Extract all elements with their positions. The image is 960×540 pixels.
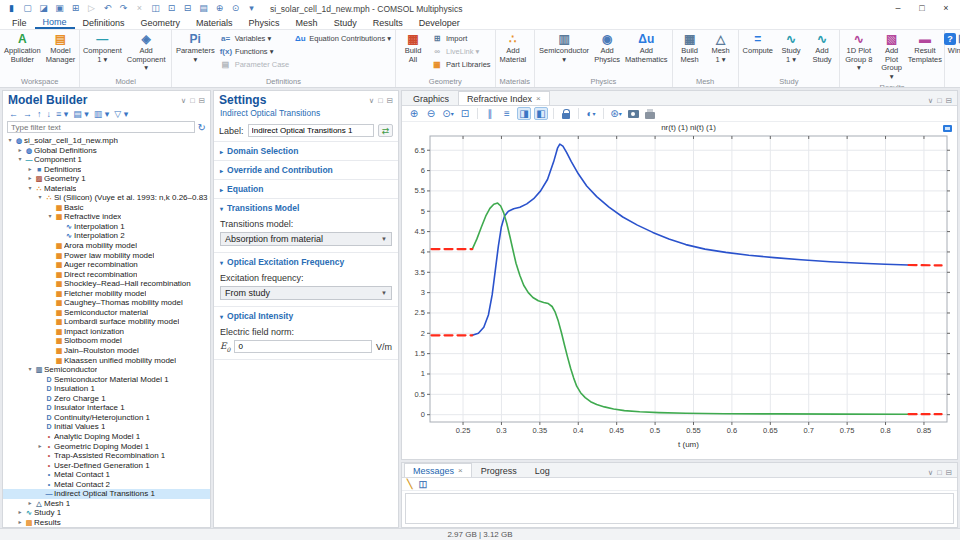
new-file-icon[interactable]: ▢	[21, 1, 34, 16]
redo-icon[interactable]: ↷	[117, 1, 130, 16]
tree-item-direct-recombination[interactable]: ▦Direct recombination	[3, 270, 210, 280]
grid-toggle-icon[interactable]: ≡	[500, 107, 514, 120]
tree-item-geometric-doping-model-1[interactable]: ▸•Geometric Doping Model 1	[3, 442, 210, 452]
tree-item-user-defined-generation-1[interactable]: •User-Defined Generation 1	[3, 461, 210, 471]
add-study-button[interactable]: ∿Add Study	[807, 31, 837, 65]
add-mathematics-button[interactable]: ΔuAdd Mathematics	[623, 31, 670, 65]
semiconductor-button[interactable]: ▥Semiconductor ▾	[537, 31, 591, 65]
back-icon[interactable]: ←	[9, 109, 18, 119]
result-templates-button[interactable]: ▬Result Templates	[908, 31, 943, 65]
tab-geometry[interactable]: Geometry	[133, 17, 189, 29]
tree-item-insulator-interface-1[interactable]: DInsulator Interface 1	[3, 403, 210, 413]
panel-menu-icon[interactable]: ∨	[928, 96, 934, 105]
tree-item-trap-assisted-recombination-1[interactable]: •Trap-Assisted Recombination 1	[3, 451, 210, 461]
tab-log[interactable]: Log	[526, 463, 559, 477]
tab-messages[interactable]: Messages×	[404, 463, 472, 477]
tree-item-shockley-read-hall-recombination[interactable]: ▦Shockley–Read–Hall recombination	[3, 279, 210, 289]
tree-item-semiconductor[interactable]: ▾▥Semiconductor	[3, 365, 210, 375]
collapse-arrow-icon[interactable]: ▾	[16, 155, 24, 165]
save-as-icon[interactable]: ⊞	[69, 1, 82, 16]
tree-item-indirect-optical-transitions-1[interactable]: —Indirect Optical Transitions 1	[3, 489, 210, 499]
model-manager-button[interactable]: ▤Model Manager	[44, 31, 78, 65]
tab-materials[interactable]: Materials	[188, 17, 241, 29]
collapse-arrow-icon[interactable]: ▾	[46, 212, 54, 222]
comsol-logo-icon[interactable]: ▮	[5, 1, 18, 16]
lock-axes-icon[interactable]	[559, 107, 573, 120]
close-tab-icon[interactable]: ×	[458, 466, 463, 475]
run-icon[interactable]: ▷	[85, 1, 98, 16]
tree-item-geometry-1[interactable]: ▸▨Geometry 1	[3, 174, 210, 184]
tree-item-impact-ionization[interactable]: ▦Impact ionization	[3, 327, 210, 337]
x-axis-toggle-icon[interactable]: ∥	[483, 107, 497, 120]
zoom-extents-icon[interactable]: ⊙ ▾	[441, 107, 455, 120]
forward-icon[interactable]: →	[23, 109, 32, 119]
mesh-1-button[interactable]: △Mesh 1 ▾	[706, 31, 736, 65]
tree-item-si-silicon-vuye-et-al-1993-n-k-0-26-0-83-um-200-degc[interactable]: ▾∴Si (Silicon) (Vuye et al. 1993: n,k 0.…	[3, 193, 210, 203]
tree-item-definitions[interactable]: ▸■Definitions	[3, 165, 210, 175]
tree-item-si-solar-cell-1d-new-mph[interactable]: ▾◍si_solar_cell_1d_new.mph	[3, 136, 210, 146]
section-header-optical-excitation-frequency[interactable]: ▾Optical Excitation Frequency	[214, 253, 398, 271]
appearance-icon[interactable]: ◐ ▾	[584, 107, 598, 120]
minimize-button[interactable]: –	[886, 0, 910, 17]
refresh-icon[interactable]: ↻	[198, 122, 206, 133]
collapse-arrow-icon[interactable]: ▾	[26, 365, 34, 375]
expand-arrow-icon[interactable]: ▸	[16, 508, 24, 518]
zoom-extents-qat-icon[interactable]: ⊕	[213, 1, 226, 16]
zoom-box-icon[interactable]: ⊡	[458, 107, 472, 120]
part-libraries-button[interactable]: ▦Part Libraries	[429, 58, 493, 71]
tooltip-toggle-icon[interactable]: ◧	[534, 107, 548, 120]
tree-item-global-definitions[interactable]: ▸◍Global Definitions	[3, 146, 210, 156]
plot-settings-icon[interactable]: ⊛ ▾	[609, 107, 623, 120]
close-panel-icon[interactable]: ⊟	[199, 96, 205, 105]
zoom-out-icon[interactable]: ⊖	[424, 107, 438, 120]
expand-icon[interactable]: ▥ ▾	[94, 109, 110, 119]
float-panel-icon[interactable]: □	[937, 468, 942, 477]
tree-item-interpolation-2[interactable]: ∿Interpolation 2	[3, 231, 210, 241]
print-icon[interactable]	[643, 107, 657, 120]
functions-button[interactable]: f(x)Functions ▾	[218, 45, 292, 58]
tab-home[interactable]: Home	[35, 17, 75, 29]
help-button[interactable]: ?	[944, 33, 956, 45]
snapshot-icon[interactable]	[626, 107, 640, 120]
select-tool-icon[interactable]: ⊙	[229, 1, 242, 16]
tab-developer[interactable]: Developer	[411, 17, 468, 29]
tree-item-arora-mobility-model[interactable]: ▦Arora mobility model	[3, 241, 210, 251]
tree-item-interpolation-1[interactable]: ∿Interpolation 1	[3, 222, 210, 232]
tree-item-results[interactable]: ▸▤Results	[3, 518, 210, 527]
tree-item-analytic-doping-model-1[interactable]: •Analytic Doping Model 1	[3, 432, 210, 442]
tree-item-continuity-heterojunction-1[interactable]: DContinuity/Heterojunction 1	[3, 413, 210, 423]
maximize-button[interactable]: □	[910, 0, 934, 17]
collapse-arrow-icon[interactable]: ▾	[26, 184, 34, 194]
show-options-icon[interactable]: ≡ ▾	[56, 109, 68, 119]
section-header-equation[interactable]: ▸Equation	[214, 180, 398, 198]
tree-item-materials[interactable]: ▾∴Materials	[3, 184, 210, 194]
panel-menu-icon[interactable]: ∨	[928, 468, 934, 477]
close-panel-icon[interactable]: ⊟	[387, 96, 393, 105]
move-up-icon[interactable]: ↑	[37, 109, 42, 119]
close-button[interactable]: ×	[934, 0, 958, 17]
label-input[interactable]	[248, 124, 374, 137]
panel-menu-icon[interactable]: ∨	[369, 96, 375, 105]
expand-arrow-icon[interactable]: ▸	[26, 165, 34, 175]
tree-item-fletcher-mobility-model[interactable]: ▦Fletcher mobility model	[3, 289, 210, 299]
add-component-button[interactable]: ◈Add Component ▾	[123, 31, 169, 74]
tree-item-refractive-index[interactable]: ▾▦Refractive index	[3, 212, 210, 222]
add-material-button[interactable]: ∴Add Material	[498, 31, 529, 65]
close-panel-icon[interactable]: ⊟	[946, 96, 952, 105]
float-panel-icon[interactable]: □	[190, 96, 195, 105]
tab-graphics[interactable]: Graphics	[404, 91, 458, 105]
tab-results[interactable]: Results	[365, 17, 411, 29]
open-file-icon[interactable]: ◪	[37, 1, 50, 16]
legend-toggle-icon[interactable]: ◨	[517, 107, 531, 120]
tree-item-basic[interactable]: ▦Basic	[3, 203, 210, 213]
tree-item-semiconductor-material[interactable]: ▦Semiconductor material	[3, 308, 210, 318]
tree-item-klaassen-unified-mobility-model[interactable]: ▦Klaassen unified mobility model	[3, 356, 210, 366]
tree-item-study-1[interactable]: ▸∿Study 1	[3, 508, 210, 518]
build-all-button[interactable]: ▦Build All	[398, 31, 428, 65]
tree-item-caughey-thomas-mobility-model[interactable]: ▦Caughey–Thomas mobility model	[3, 298, 210, 308]
customize-qat-icon[interactable]: ▾	[245, 1, 258, 16]
collapse-icon[interactable]: ▤ ▾	[73, 109, 89, 119]
tree-item-zero-charge-1[interactable]: DZero Charge 1	[3, 394, 210, 404]
add-plot-group-button[interactable]: ▧Add Plot Group ▾	[877, 31, 907, 83]
component-1-button[interactable]: —Component 1 ▾	[82, 31, 122, 65]
